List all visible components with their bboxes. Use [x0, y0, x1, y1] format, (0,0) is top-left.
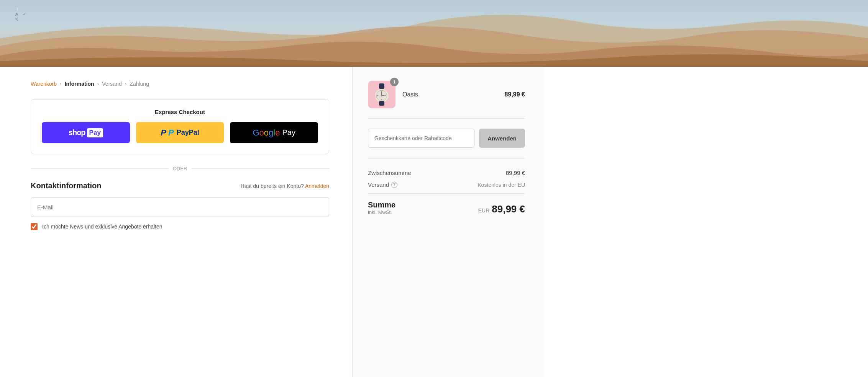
hero-banner: I A ✓ K — [0, 0, 868, 67]
section-title: Kontaktinformation — [31, 181, 101, 190]
discount-input[interactable] — [368, 129, 474, 148]
total-sublabel: inkl. MwSt. — [368, 209, 395, 215]
oder-label: ODER — [173, 166, 187, 171]
left-panel: Warenkorb › Information › Versand › Zahl… — [0, 67, 353, 377]
paypal-button[interactable]: PP PayPal — [136, 122, 224, 143]
breadcrumb-zahlung: Zahlung — [130, 81, 149, 87]
summary-divider — [368, 193, 525, 194]
breadcrumb-separator-2: › — [97, 81, 99, 87]
total-price: 89,99 € — [492, 203, 525, 215]
express-buttons: shopPay PP PayPal Google Pay — [42, 122, 318, 143]
login-text: Hast du bereits ein Konto? Anmelden — [241, 183, 329, 189]
newsletter-label: Ich möchte News und exklusive Angebote e… — [42, 224, 162, 230]
versand-label-row: Versand ? — [368, 181, 397, 188]
login-link[interactable]: Anmelden — [305, 183, 329, 189]
zwischensumme-row: Zwischensumme 89,99 € — [368, 170, 525, 176]
gpay-icon: Google Pay — [253, 128, 295, 138]
product-row: 1 Oasis 89,99 € — [368, 81, 525, 119]
versand-help-icon[interactable]: ? — [391, 182, 397, 188]
versand-label: Versand — [368, 181, 389, 188]
discount-apply-button[interactable]: Anwenden — [479, 129, 525, 148]
product-image-wrapper: 1 — [368, 81, 395, 108]
svg-rect-1 — [379, 83, 384, 89]
svg-rect-12 — [379, 101, 384, 106]
zwischensumme-value: 89,99 € — [506, 170, 525, 176]
breadcrumb-separator-1: › — [60, 81, 62, 87]
gpay-button[interactable]: Google Pay — [230, 122, 318, 143]
svg-point-11 — [381, 95, 382, 96]
shoppay-icon: shopPay — [69, 128, 103, 137]
newsletter-row: Ich möchte News und exklusive Angebote e… — [31, 223, 329, 230]
newsletter-checkbox[interactable] — [31, 223, 38, 230]
right-panel: 1 Oasis 89,99 € Anwenden Zwischensumme 8… — [353, 67, 544, 377]
product-price: 89,99 € — [505, 91, 525, 98]
email-field[interactable] — [31, 197, 329, 217]
discount-row: Anwenden — [368, 129, 525, 159]
paypal-icon: PP PayPal — [161, 128, 199, 138]
oder-divider: ODER — [31, 166, 329, 171]
total-label: Summe — [368, 201, 395, 209]
total-currency: EUR — [478, 207, 490, 214]
versand-value: Kostenlos in der EU — [477, 182, 525, 188]
main-layout: Warenkorb › Information › Versand › Zahl… — [0, 67, 868, 377]
breadcrumb: Warenkorb › Information › Versand › Zahl… — [31, 81, 329, 87]
product-name: Oasis — [402, 91, 498, 98]
express-checkout-title: Express Checkout — [42, 109, 318, 115]
total-label-block: Summe inkl. MwSt. — [368, 201, 395, 215]
product-badge: 1 — [390, 78, 399, 86]
express-checkout-section: Express Checkout shopPay PP PayPal — [31, 99, 329, 154]
total-price-block: EUR 89,99 € — [478, 203, 525, 215]
logo: I A ✓ K — [15, 7, 27, 22]
section-header: Kontaktinformation Hast du bereits ein K… — [31, 181, 329, 190]
versand-row: Versand ? Kostenlos in der EU — [368, 181, 525, 188]
breadcrumb-versand: Versand — [102, 81, 121, 87]
watch-svg — [372, 83, 392, 106]
total-row: Summe inkl. MwSt. EUR 89,99 € — [368, 201, 525, 215]
breadcrumb-separator-3: › — [125, 81, 127, 87]
breadcrumb-warenkorb[interactable]: Warenkorb — [31, 81, 57, 87]
shoppay-button[interactable]: shopPay — [42, 122, 130, 143]
breadcrumb-information: Information — [65, 81, 94, 87]
zwischensumme-label: Zwischensumme — [368, 170, 411, 176]
